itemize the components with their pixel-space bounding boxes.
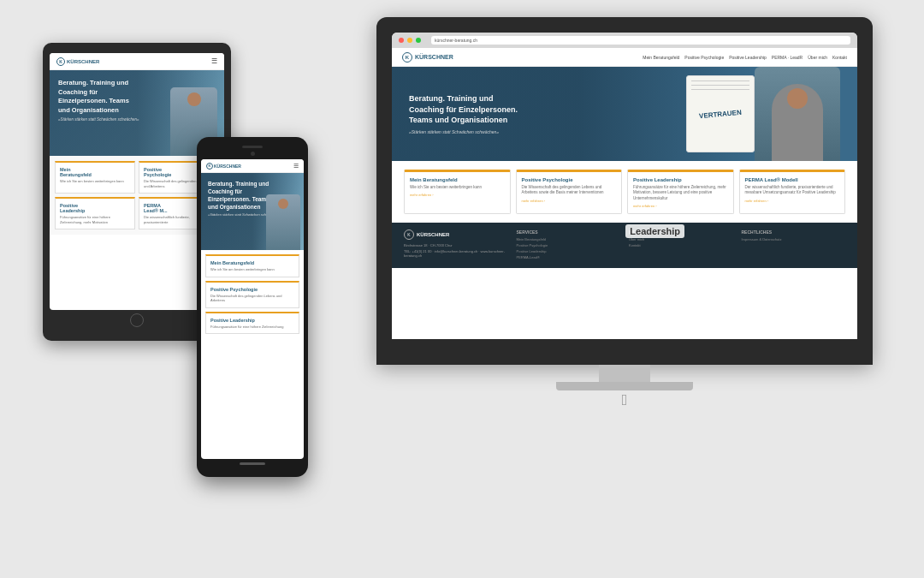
web-card-3-link[interactable]: mehr erfahren › xyxy=(633,204,728,208)
web-card-4-link[interactable]: mehr erfahren › xyxy=(745,199,840,203)
nav-link-4[interactable]: PERMA · LeadR xyxy=(772,55,803,60)
tablet-card-3: PositiveLeadership Führungsansätze für e… xyxy=(55,197,135,229)
web-card-4-text: Der wissenschaftlich fundierte, praxisor… xyxy=(745,185,840,196)
footer-legal-col: RECHTLICHES Impressum & Datenschutz xyxy=(742,229,846,261)
web-card-3[interactable]: Positive Leadership Führungsansätze für … xyxy=(627,170,734,214)
web-navbar: K KÜRSCHNER Mein Beratungsfeld Positive … xyxy=(392,48,857,67)
web-hero: Beratung. Training undCoaching für Einze… xyxy=(392,67,857,161)
person-silhouette xyxy=(772,84,823,161)
phone-device: K KÜRSCHNER ☰ Beratung. Training undCoac… xyxy=(197,137,308,477)
nav-link-3[interactable]: Positive Leadership xyxy=(729,55,767,60)
apple-logo:  xyxy=(376,392,873,408)
imac-bezel: kürschner-beratung.ch K KÜRSCHNER Mein B… xyxy=(376,17,873,365)
web-logo-name: KÜRSCHNER xyxy=(415,54,453,60)
web-logo-icon: K xyxy=(402,52,412,63)
web-card-1[interactable]: Mein Beratungsfeld Wie ich Sie am besten… xyxy=(404,170,511,214)
web-card-2-title: Positive Psychologie xyxy=(522,177,617,182)
phone-card-1-text: Wie ich Sie am besten weiterbringen kann xyxy=(210,267,294,272)
board-lines xyxy=(691,80,749,93)
tablet-card-1-text: Wie ich Sie am besten weiterbringen kann xyxy=(60,179,130,184)
web-card-2[interactable]: Positive Psychologie Die Wissenschaft de… xyxy=(516,170,623,214)
imac-stand-base xyxy=(556,382,693,390)
web-nav-links: Mein Beratungsfeld Positive Psychologie … xyxy=(643,55,847,60)
web-hero-board: VERTRAUEN xyxy=(686,75,755,152)
phone-card-2-text: Die Wissenschaft des gelingenden Lebens … xyxy=(210,294,294,303)
footer-item-4[interactable]: PERMA-Lead® xyxy=(517,255,621,259)
web-card-1-text: Wie ich Sie am besten weiterbringen kann xyxy=(410,185,505,190)
footer-address: Birchstrasse 18 · CH-7000 Chur xyxy=(404,243,508,247)
tablet-logo-text: KÜRSCHNER xyxy=(67,59,99,64)
browser-toolbar: kürschner-beratung.ch xyxy=(392,33,857,48)
web-card-2-link[interactable]: mehr erfahren › xyxy=(522,199,617,203)
browser-url-bar[interactable]: kürschner-beratung.ch xyxy=(431,36,850,45)
web-card-4-title: PERMA Lead® Modell xyxy=(745,177,840,182)
tablet-home-button[interactable] xyxy=(130,313,144,327)
tablet-logo: K KÜRSCHNER xyxy=(56,57,99,66)
footer-logo-name: KÜRSCHNER xyxy=(417,232,449,237)
url-text: kürschner-beratung.ch xyxy=(435,38,477,43)
leadership-label: Leadership xyxy=(625,224,684,238)
tablet-card-1: MeinBeratungsfeld Wie ich Sie am besten … xyxy=(55,161,135,194)
web-card-3-text: Führungsansätze für eine höhere Zielerre… xyxy=(633,185,728,201)
footer-contact: TEL: +41(0) 21 00 · info@kurschner-berat… xyxy=(404,249,508,258)
web-hero-person xyxy=(755,67,840,161)
imac-browser: kürschner-beratung.ch K KÜRSCHNER Mein B… xyxy=(392,33,857,339)
tablet-hamburger-icon[interactable]: ☰ xyxy=(211,57,217,65)
web-logo: K KÜRSCHNER xyxy=(402,52,453,63)
phone-logo-icon: K xyxy=(206,163,213,170)
phone-hamburger-icon[interactable]: ☰ xyxy=(293,163,299,170)
phone-card-3-title: Positive Leadership xyxy=(210,318,294,323)
tablet-card-3-text: Führungsansätze für eine höhere Zielerre… xyxy=(60,215,130,224)
phone-speaker xyxy=(242,146,263,148)
footer-item-2[interactable]: Positive Psychologie xyxy=(517,243,621,247)
footer-logo-icon: K xyxy=(404,229,414,240)
web-card-2-text: Die Wissenschaft des gelingenden Lebens … xyxy=(522,185,617,196)
phone-bezel: K KÜRSCHNER ☰ Beratung. Training undCoac… xyxy=(197,137,308,477)
browser-maximize-dot[interactable] xyxy=(416,38,421,43)
imac-stand-neck xyxy=(599,365,650,382)
footer-info-2[interactable]: Kontakt xyxy=(629,243,733,247)
board-word: VERTRAUEN xyxy=(699,108,742,119)
phone-card-2-title: Positive Psychologie xyxy=(210,287,294,292)
phone-screen: K KÜRSCHNER ☰ Beratung. Training undCoac… xyxy=(201,159,304,459)
phone-hero-person xyxy=(266,194,300,250)
nav-link-2[interactable]: Positive Psychologie xyxy=(684,55,724,60)
web-card-4[interactable]: PERMA Lead® Modell Der wissenschaftlich … xyxy=(739,170,846,214)
phone-card-3-text: Führungsansätze für eine höhere Zielerre… xyxy=(210,325,294,330)
web-card-3-title: Positive Leadership xyxy=(633,177,728,182)
phone-card-2: Positive Psychologie Die Wissenschaft de… xyxy=(205,281,299,308)
website-content: K KÜRSCHNER Mein Beratungsfeld Positive … xyxy=(392,48,857,339)
phone-camera xyxy=(251,152,255,156)
nav-link-1[interactable]: Mein Beratungsfeld xyxy=(643,55,679,60)
phone-card-1-title: Mein Beratungsfeld xyxy=(210,260,294,265)
phone-logo: K KÜRSCHNER xyxy=(206,163,241,170)
footer-services-title: SERVICES xyxy=(517,229,621,235)
tablet-nav: K KÜRSCHNER ☰ xyxy=(50,53,224,70)
footer-legal-1[interactable]: Impressum & Datenschutz xyxy=(742,237,846,241)
footer-legal-title: RECHTLICHES xyxy=(742,229,846,235)
desktop-device: kürschner-beratung.ch K KÜRSCHNER Mein B… xyxy=(376,17,873,408)
web-cards-section: Mein Beratungsfeld Wie ich Sie am besten… xyxy=(392,161,857,223)
phone-nav: K KÜRSCHNER ☰ xyxy=(201,159,304,173)
tablet-logo-icon: K xyxy=(56,57,65,66)
phone-hero: Beratung. Training undCoaching fürEinzel… xyxy=(201,173,304,250)
tablet-card-3-title: PositiveLeadership xyxy=(60,203,130,213)
nav-link-6[interactable]: Kontakt xyxy=(832,55,847,60)
footer-item-3[interactable]: Positive Leadership xyxy=(517,249,621,253)
nav-link-5[interactable]: Über mich xyxy=(808,55,827,60)
footer-item-1[interactable]: Mein Beratungsfeld xyxy=(517,237,621,241)
phone-logo-text: KÜRSCHNER xyxy=(214,164,241,169)
footer-brand: K KÜRSCHNER xyxy=(404,229,508,240)
web-card-1-link[interactable]: mehr erfahren › xyxy=(410,193,505,197)
phone-card-1: Mein Beratungsfeld Wie ich Sie am besten… xyxy=(205,254,299,277)
web-card-1-title: Mein Beratungsfeld xyxy=(410,177,505,182)
web-footer: K KÜRSCHNER Birchstrasse 18 · CH-7000 Ch… xyxy=(392,223,857,268)
browser-close-dot[interactable] xyxy=(399,38,404,43)
footer-services-col: SERVICES Mein Beratungsfeld Positive Psy… xyxy=(517,229,621,261)
phone-home-indicator[interactable] xyxy=(240,462,265,465)
tablet-card-1-title: MeinBeratungsfeld xyxy=(60,167,130,177)
footer-brand-col: K KÜRSCHNER Birchstrasse 18 · CH-7000 Ch… xyxy=(404,229,508,261)
phone-card-section: Mein Beratungsfeld Wie ich Sie am besten… xyxy=(201,250,304,342)
phone-card-3: Positive Leadership Führungsansätze für … xyxy=(205,312,299,335)
browser-minimize-dot[interactable] xyxy=(407,38,412,43)
